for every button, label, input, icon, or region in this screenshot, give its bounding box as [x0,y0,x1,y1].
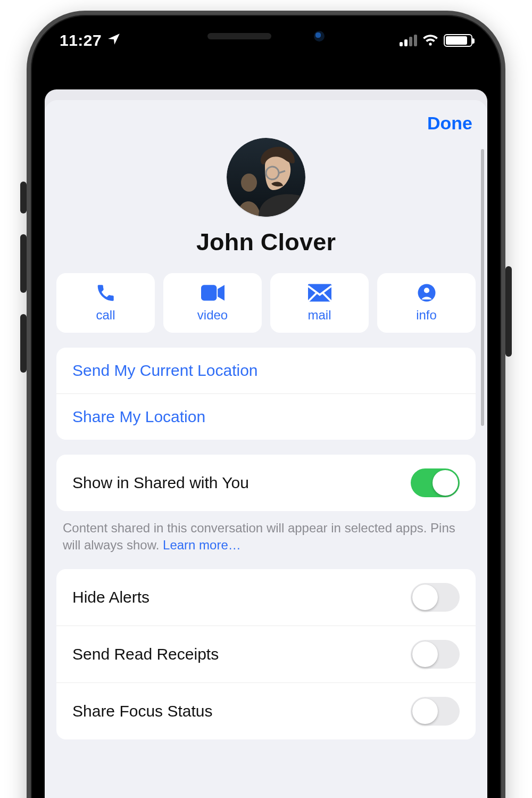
shared-with-you-hint-text: Content shared in this conversation will… [63,521,455,552]
svg-rect-4 [201,285,217,300]
iphone-frame: 11:27 Done [27,11,505,798]
earpiece [207,33,271,39]
svg-point-7 [423,287,429,293]
show-shared-with-you-label: Show in Shared with You [72,474,249,492]
hide-alerts-label: Hide Alerts [72,588,149,606]
read-receipts-label: Send Read Receipts [72,645,219,663]
person-circle-icon [415,283,438,302]
location-panel: Send My Current Location Share My Locati… [56,348,476,440]
share-my-location-button[interactable]: Share My Location [56,393,476,440]
mail-button[interactable]: mail [270,273,369,333]
call-button[interactable]: call [56,273,155,333]
hide-alerts-row[interactable]: Hide Alerts [56,569,476,626]
read-receipts-row[interactable]: Send Read Receipts [56,626,476,682]
canvas: 11:27 Done [0,0,532,798]
video-button[interactable]: video [163,273,262,333]
phone-icon [94,283,118,302]
battery-icon [444,34,472,47]
volume-up-button [20,234,27,293]
svg-point-2 [241,174,257,192]
share-focus-status-label: Share Focus Status [72,702,212,720]
shared-with-you-hint: Content shared in this conversation will… [45,511,487,554]
share-focus-status-row[interactable]: Share Focus Status [56,682,476,739]
wifi-icon [422,34,438,47]
cell-signal-icon [400,35,417,46]
video-label: video [197,308,228,323]
share-focus-status-toggle[interactable] [411,697,460,726]
scroll-indicator[interactable] [481,149,484,426]
mute-switch [20,182,27,213]
power-button [505,266,512,357]
location-arrow-icon [107,31,121,50]
contact-avatar[interactable] [227,138,305,217]
contact-actions: call video mail [45,256,487,333]
call-label: call [96,308,115,323]
info-button[interactable]: info [377,273,476,333]
hide-alerts-toggle[interactable] [411,583,460,612]
front-camera [314,31,325,42]
status-time: 11:27 [60,31,102,50]
done-button[interactable]: Done [427,113,472,134]
mail-icon [308,283,331,302]
mail-label: mail [307,308,331,323]
learn-more-link[interactable]: Learn more… [163,538,241,552]
notch [160,18,372,54]
send-current-location-button[interactable]: Send My Current Location [56,348,476,393]
shared-with-you-panel: Show in Shared with You [56,455,476,511]
volume-down-button [20,314,27,373]
info-label: info [416,308,437,323]
conversation-settings-panel: Hide Alerts Send Read Receipts Share Foc… [56,569,476,739]
video-icon [201,283,225,302]
contact-name: John Clover [196,228,336,256]
contact-details-sheet: Done [45,100,487,798]
show-shared-with-you-row[interactable]: Show in Shared with You [56,455,476,511]
read-receipts-toggle[interactable] [411,640,460,669]
show-shared-with-you-toggle[interactable] [411,468,460,497]
